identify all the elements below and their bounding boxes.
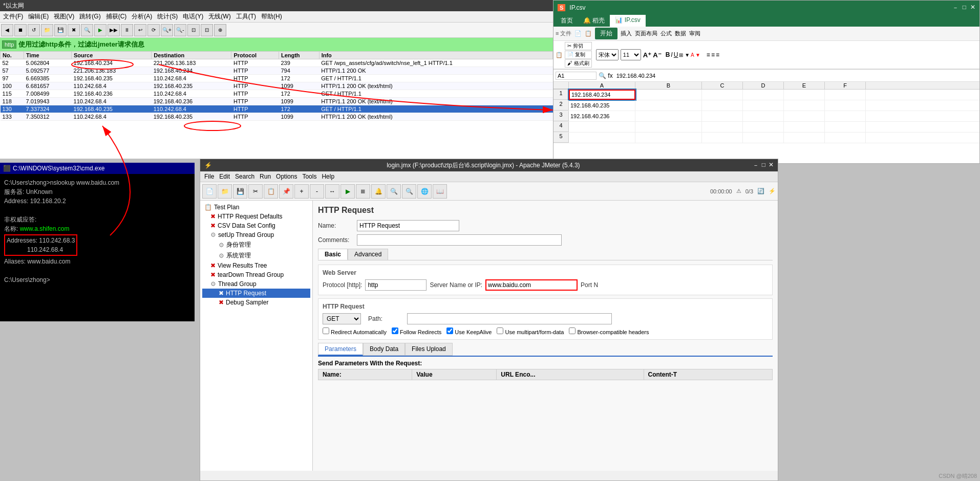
toolbar-btn-8[interactable]: ▶ (94, 24, 106, 36)
menu-stats[interactable]: 统计(S) (157, 12, 178, 21)
cell-a3[interactable]: 192.168.40.236 (569, 111, 635, 121)
cell-f4[interactable] (825, 122, 866, 132)
underline-btn[interactable]: U (674, 51, 678, 58)
tree-test-plan[interactable]: 📋 Test Plan (202, 203, 310, 212)
cell-d1[interactable] (743, 90, 784, 100)
tab-files-upload[interactable]: Files Upload (405, 343, 453, 356)
toolbar-btn-16[interactable]: ⊡ (201, 24, 213, 36)
toolbar-btn-12[interactable]: ⟳ (147, 24, 160, 36)
menu-analyze[interactable]: 分析(A) (132, 12, 152, 21)
menu-capture[interactable]: 捕获(C) (106, 12, 127, 21)
btn-copy[interactable]: 📋 (264, 184, 278, 199)
cell-d5[interactable] (743, 133, 784, 143)
bold-btn[interactable]: B (666, 51, 670, 58)
menu-view[interactable]: 视图(V) (54, 12, 74, 21)
cell-d2[interactable] (743, 100, 784, 111)
tab-body-data[interactable]: Body Data (363, 343, 405, 356)
btn-remote[interactable]: 🌐 (417, 184, 432, 199)
wireshark-menubar[interactable]: 文件(F) 编辑(E) 视图(V) 跳转(G) 捕获(C) 分析(A) 统计(S… (0, 11, 553, 23)
italic-btn[interactable]: I (671, 51, 672, 58)
table-row[interactable]: 57 5.092577 221.206.136.183 192.168.40.2… (1, 67, 553, 75)
btn-new[interactable]: 📄 (202, 184, 217, 199)
table-row[interactable]: 97 6.669385 192.168.40.235 110.242.68.4 … (1, 75, 553, 82)
btn-help[interactable]: 📖 (433, 184, 447, 199)
toolbar-btn-14[interactable]: 🔍- (174, 24, 186, 36)
cell-a5[interactable] (569, 133, 635, 143)
cell-d3[interactable] (743, 111, 784, 121)
cell-b4[interactable] (635, 122, 702, 132)
jmeter-minimize[interactable]: － (753, 161, 759, 170)
toolbar-btn-17[interactable]: ⊕ (214, 24, 226, 36)
cell-b2[interactable] (635, 100, 702, 111)
cell-b3[interactable] (635, 111, 702, 121)
excel-tab-shell[interactable]: 🔔 稻壳 (578, 15, 610, 27)
table-row[interactable]: 118 7.019943 110.242.68.4 192.168.40.236… (1, 98, 553, 105)
menu-help[interactable]: Help (322, 173, 334, 180)
cell-f2[interactable] (825, 100, 866, 111)
col-header-c[interactable]: C (702, 82, 743, 89)
cb-browser-headers[interactable]: Browser-compatible headers (569, 327, 649, 335)
cell-c3[interactable] (702, 111, 743, 121)
font-select[interactable]: 宋体 (596, 49, 619, 60)
btn-cut[interactable]: ✂ (248, 184, 263, 199)
btn-paste[interactable]: 📌 (279, 184, 293, 199)
tree-results-tree[interactable]: ✖ View Results Tree (202, 261, 310, 270)
cell-c5[interactable] (702, 133, 743, 143)
cb-follow-redirects[interactable]: Follow Redirects (392, 327, 441, 335)
menu-wireless[interactable]: 无线(W) (208, 12, 230, 21)
col-header-a[interactable]: A (569, 82, 635, 89)
cell-c4[interactable] (702, 122, 743, 132)
table-row[interactable]: 100 6.681657 110.242.68.4 192.168.40.235… (1, 82, 553, 90)
font-size-select[interactable]: 11 (621, 49, 641, 60)
cell-b1[interactable] (635, 90, 702, 100)
col-header-b[interactable]: B (635, 82, 702, 89)
menu-file[interactable]: File (204, 173, 214, 180)
menu-edit[interactable]: Edit (219, 173, 230, 180)
cb-multipart[interactable]: Use multipart/form-data (497, 327, 564, 335)
btn-shutdown[interactable]: 🔔 (371, 184, 386, 199)
btn-run[interactable]: ▶ (340, 184, 355, 199)
menu-run[interactable]: Run (260, 173, 271, 180)
excel-tab-home[interactable]: 首页 (556, 15, 578, 27)
tree-csv-config[interactable]: ✖ CSV Data Set Config (202, 221, 310, 230)
toolbar-btn-2[interactable]: ⏹ (14, 24, 27, 36)
btn-toggle[interactable]: ↔ (325, 184, 339, 199)
tree-sys-mgmt[interactable]: ⚙ 系统管理 (202, 250, 310, 261)
table-row[interactable]: 133 7.350312 110.242.68.4 192.168.40.235… (1, 113, 553, 121)
cell-e2[interactable] (784, 100, 825, 111)
menu-file[interactable]: 文件(F) (3, 12, 23, 21)
btn-clear[interactable]: 🔍 (387, 184, 401, 199)
btn-expand[interactable]: + (294, 184, 309, 199)
menu-help[interactable]: 帮助(H) (261, 12, 282, 21)
cell-e4[interactable] (784, 122, 825, 132)
btn-open[interactable]: 📁 (218, 184, 232, 199)
cell-f5[interactable] (825, 133, 866, 143)
cb-redirect-auto[interactable]: Redirect Automatically (323, 327, 387, 335)
cut-btn[interactable]: ✂ 剪切 (565, 42, 592, 50)
excel-tab-file[interactable]: 📊 IP.csv (610, 15, 645, 27)
toolbar-btn-15[interactable]: ⊡ (187, 24, 200, 36)
tree-http-defaults[interactable]: ✖ HTTP Request Defaults (202, 212, 310, 221)
cb-keepalive[interactable]: Use KeepAlive (446, 327, 492, 335)
btn-stop[interactable]: ⏹ (356, 184, 370, 199)
protocol-input[interactable] (365, 279, 427, 291)
cell-d4[interactable] (743, 122, 784, 132)
tab-basic[interactable]: Basic (318, 249, 348, 260)
cell-a1[interactable]: 192.168.40.234 (569, 90, 635, 100)
tree-teardown-thread[interactable]: ✖ tearDown Thread Group (202, 270, 310, 279)
toolbar-btn-6[interactable]: ✖ (68, 24, 80, 36)
cell-c1[interactable] (702, 90, 743, 100)
tab-advanced[interactable]: Advanced (348, 249, 388, 260)
toolbar-btn-9[interactable]: ▶▶ (108, 24, 120, 36)
toolbar-btn-10[interactable]: ⏸ (121, 24, 133, 36)
name-box[interactable] (556, 72, 596, 80)
table-row[interactable]: 130 7.337324 192.168.40.235 110.242.68.4… (1, 105, 553, 113)
tree-setup-thread[interactable]: ⚙ setUp Thread Group (202, 230, 310, 239)
menu-tools[interactable]: Tools (302, 173, 316, 180)
comments-input[interactable] (357, 234, 562, 246)
copy-btn[interactable]: 📄 复制 (565, 51, 592, 59)
tree-debug-sampler[interactable]: ✖ Debug Sampler (202, 298, 310, 307)
menu-edit[interactable]: 编辑(E) (28, 12, 49, 21)
tree-identity-mgmt[interactable]: ⚙ 身份管理 (202, 239, 310, 250)
cell-e5[interactable] (784, 133, 825, 143)
